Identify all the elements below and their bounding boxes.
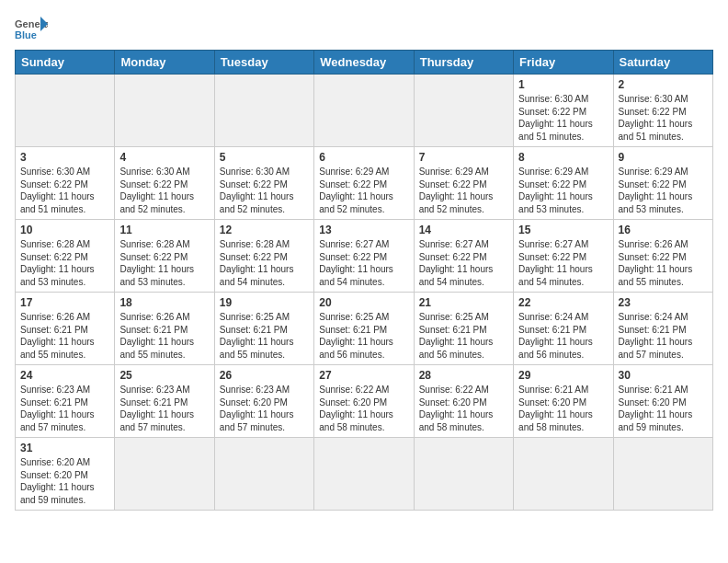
weekday-header-row: SundayMondayTuesdayWednesdayThursdayFrid… — [16, 51, 713, 75]
calendar-cell: 31Sunrise: 6:20 AMSunset: 6:20 PMDayligh… — [16, 438, 115, 511]
day-info: Sunrise: 6:26 AMSunset: 6:22 PMDaylight:… — [619, 238, 708, 288]
day-info: Sunrise: 6:23 AMSunset: 6:21 PMDaylight:… — [119, 384, 209, 433]
calendar-cell: 29Sunrise: 6:21 AMSunset: 6:20 PMDayligh… — [514, 365, 613, 438]
calendar-cell: 24Sunrise: 6:23 AMSunset: 6:21 PMDayligh… — [16, 365, 115, 438]
day-number: 5 — [220, 151, 309, 164]
day-info: Sunrise: 6:23 AMSunset: 6:21 PMDaylight:… — [20, 384, 109, 433]
day-number: 13 — [319, 224, 408, 236]
calendar-cell: 8Sunrise: 6:29 AMSunset: 6:22 PMDaylight… — [514, 147, 613, 220]
day-info: Sunrise: 6:28 AMSunset: 6:22 PMDaylight:… — [20, 238, 109, 288]
calendar-cell: 3Sunrise: 6:30 AMSunset: 6:22 PMDaylight… — [16, 147, 115, 220]
day-number: 23 — [619, 296, 708, 309]
calendar-cell: 26Sunrise: 6:23 AMSunset: 6:20 PMDayligh… — [214, 365, 313, 438]
calendar-cell: 27Sunrise: 6:22 AMSunset: 6:20 PMDayligh… — [314, 365, 414, 438]
calendar-cell — [414, 438, 513, 511]
day-info: Sunrise: 6:25 AMSunset: 6:21 PMDaylight:… — [419, 311, 508, 361]
calendar-table: SundayMondayTuesdayWednesdayThursdayFrid… — [15, 50, 713, 511]
calendar-cell: 5Sunrise: 6:30 AMSunset: 6:22 PMDaylight… — [214, 147, 313, 220]
day-info: Sunrise: 6:28 AMSunset: 6:22 PMDaylight:… — [220, 238, 309, 288]
calendar-cell: 28Sunrise: 6:22 AMSunset: 6:20 PMDayligh… — [414, 365, 513, 438]
calendar-cell: 22Sunrise: 6:24 AMSunset: 6:21 PMDayligh… — [514, 293, 613, 365]
calendar-cell: 7Sunrise: 6:29 AMSunset: 6:22 PMDaylight… — [414, 147, 513, 220]
day-info: Sunrise: 6:28 AMSunset: 6:22 PMDaylight:… — [119, 238, 209, 288]
calendar-cell: 15Sunrise: 6:27 AMSunset: 6:22 PMDayligh… — [514, 220, 613, 293]
weekday-header-friday: Friday — [514, 51, 613, 75]
weekday-header-thursday: Thursday — [414, 51, 513, 75]
calendar-week-4: 17Sunrise: 6:26 AMSunset: 6:21 PMDayligh… — [16, 293, 713, 365]
calendar-cell — [16, 75, 115, 147]
day-info: Sunrise: 6:21 AMSunset: 6:20 PMDaylight:… — [619, 384, 708, 433]
calendar-week-3: 10Sunrise: 6:28 AMSunset: 6:22 PMDayligh… — [16, 220, 713, 293]
day-info: Sunrise: 6:29 AMSunset: 6:22 PMDaylight:… — [518, 166, 608, 215]
calendar-cell: 20Sunrise: 6:25 AMSunset: 6:21 PMDayligh… — [314, 293, 414, 365]
day-info: Sunrise: 6:29 AMSunset: 6:22 PMDaylight:… — [619, 166, 708, 215]
day-number: 12 — [220, 224, 309, 236]
day-number: 31 — [20, 442, 109, 454]
day-info: Sunrise: 6:22 AMSunset: 6:20 PMDaylight:… — [419, 384, 508, 433]
svg-text:Blue: Blue — [15, 29, 37, 40]
day-info: Sunrise: 6:27 AMSunset: 6:22 PMDaylight:… — [419, 238, 508, 288]
calendar-cell: 10Sunrise: 6:28 AMSunset: 6:22 PMDayligh… — [16, 220, 115, 293]
logo: General Blue — [15, 15, 48, 42]
day-info: Sunrise: 6:30 AMSunset: 6:22 PMDaylight:… — [619, 93, 708, 143]
day-info: Sunrise: 6:20 AMSunset: 6:20 PMDaylight:… — [20, 456, 109, 506]
day-number: 18 — [119, 296, 209, 309]
day-number: 19 — [220, 296, 309, 309]
calendar-cell: 12Sunrise: 6:28 AMSunset: 6:22 PMDayligh… — [214, 220, 313, 293]
day-info: Sunrise: 6:25 AMSunset: 6:21 PMDaylight:… — [220, 311, 309, 361]
day-number: 6 — [319, 151, 408, 164]
calendar-week-1: 1Sunrise: 6:30 AMSunset: 6:22 PMDaylight… — [16, 75, 713, 147]
calendar-cell — [214, 75, 313, 147]
weekday-header-tuesday: Tuesday — [214, 51, 313, 75]
day-number: 16 — [619, 224, 708, 236]
day-number: 22 — [518, 296, 608, 309]
day-number: 24 — [20, 369, 109, 382]
day-number: 7 — [419, 151, 508, 164]
calendar-week-2: 3Sunrise: 6:30 AMSunset: 6:22 PMDaylight… — [16, 147, 713, 220]
calendar-cell: 19Sunrise: 6:25 AMSunset: 6:21 PMDayligh… — [214, 293, 313, 365]
weekday-header-saturday: Saturday — [613, 51, 712, 75]
generalblue-logo-icon: General Blue — [15, 15, 48, 42]
day-info: Sunrise: 6:30 AMSunset: 6:22 PMDaylight:… — [220, 166, 309, 215]
day-info: Sunrise: 6:27 AMSunset: 6:22 PMDaylight:… — [518, 238, 608, 288]
weekday-header-wednesday: Wednesday — [314, 51, 414, 75]
calendar-cell: 17Sunrise: 6:26 AMSunset: 6:21 PMDayligh… — [16, 293, 115, 365]
calendar-cell — [314, 75, 414, 147]
calendar-cell — [115, 75, 214, 147]
day-number: 21 — [419, 296, 508, 309]
day-number: 25 — [119, 369, 209, 382]
calendar-cell — [214, 438, 313, 511]
day-number: 9 — [619, 151, 708, 164]
weekday-header-sunday: Sunday — [16, 51, 115, 75]
calendar-cell: 13Sunrise: 6:27 AMSunset: 6:22 PMDayligh… — [314, 220, 414, 293]
calendar-cell — [514, 438, 613, 511]
calendar-cell: 11Sunrise: 6:28 AMSunset: 6:22 PMDayligh… — [115, 220, 214, 293]
day-number: 17 — [20, 296, 109, 309]
day-info: Sunrise: 6:27 AMSunset: 6:22 PMDaylight:… — [319, 238, 408, 288]
calendar-cell: 30Sunrise: 6:21 AMSunset: 6:20 PMDayligh… — [613, 365, 712, 438]
calendar-cell: 21Sunrise: 6:25 AMSunset: 6:21 PMDayligh… — [414, 293, 513, 365]
day-number: 15 — [518, 224, 608, 236]
calendar-week-5: 24Sunrise: 6:23 AMSunset: 6:21 PMDayligh… — [16, 365, 713, 438]
day-number: 2 — [619, 78, 708, 91]
calendar-cell — [314, 438, 414, 511]
day-number: 8 — [518, 151, 608, 164]
day-number: 26 — [220, 369, 309, 382]
calendar-cell: 18Sunrise: 6:26 AMSunset: 6:21 PMDayligh… — [115, 293, 214, 365]
day-info: Sunrise: 6:25 AMSunset: 6:21 PMDaylight:… — [319, 311, 408, 361]
day-info: Sunrise: 6:21 AMSunset: 6:20 PMDaylight:… — [518, 384, 608, 433]
day-info: Sunrise: 6:29 AMSunset: 6:22 PMDaylight:… — [419, 166, 508, 215]
day-info: Sunrise: 6:29 AMSunset: 6:22 PMDaylight:… — [319, 166, 408, 215]
day-number: 10 — [20, 224, 109, 236]
calendar-cell: 16Sunrise: 6:26 AMSunset: 6:22 PMDayligh… — [613, 220, 712, 293]
day-info: Sunrise: 6:24 AMSunset: 6:21 PMDaylight:… — [518, 311, 608, 361]
calendar-cell: 25Sunrise: 6:23 AMSunset: 6:21 PMDayligh… — [115, 365, 214, 438]
calendar-cell: 23Sunrise: 6:24 AMSunset: 6:21 PMDayligh… — [613, 293, 712, 365]
day-info: Sunrise: 6:26 AMSunset: 6:21 PMDaylight:… — [20, 311, 109, 361]
day-info: Sunrise: 6:30 AMSunset: 6:22 PMDaylight:… — [119, 166, 209, 215]
calendar-cell: 14Sunrise: 6:27 AMSunset: 6:22 PMDayligh… — [414, 220, 513, 293]
calendar-week-6: 31Sunrise: 6:20 AMSunset: 6:20 PMDayligh… — [16, 438, 713, 511]
calendar-cell — [414, 75, 513, 147]
calendar-cell: 4Sunrise: 6:30 AMSunset: 6:22 PMDaylight… — [115, 147, 214, 220]
day-number: 29 — [518, 369, 608, 382]
